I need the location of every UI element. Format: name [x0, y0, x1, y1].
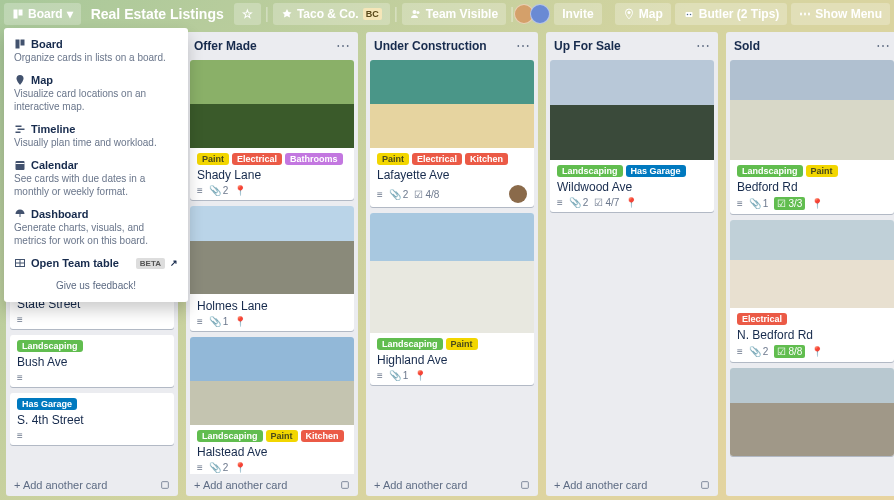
timeline-icon: [14, 123, 26, 135]
butler-button[interactable]: Butler (2 Tips): [675, 3, 787, 25]
description-icon: ≡: [197, 316, 203, 327]
attachment-badge: 📎2: [209, 185, 229, 196]
org-button[interactable]: Taco & Co. BC: [273, 3, 390, 25]
member-avatars[interactable]: [518, 4, 550, 24]
checklist-badge: ☑4/8: [414, 189, 439, 200]
visibility-button[interactable]: Team Visible: [402, 3, 506, 25]
attachment-badge: 📎2: [389, 189, 409, 200]
svg-rect-15: [20, 214, 21, 217]
view-switcher-menu: Board Organize cards in lists on a board…: [4, 28, 188, 302]
add-card-button[interactable]: + Add another card: [366, 474, 538, 496]
svg-rect-12: [16, 132, 21, 134]
card[interactable]: Has Garage S. 4th Street ≡: [10, 393, 174, 445]
view-item-map[interactable]: Map Visualize card locations on an inter…: [4, 70, 188, 119]
beta-badge: BETA: [136, 258, 165, 269]
description-icon: ≡: [17, 430, 23, 441]
card-title: Highland Ave: [377, 353, 527, 367]
view-item-board[interactable]: Board Organize cards in lists on a board…: [4, 34, 188, 70]
description-icon: ≡: [377, 189, 383, 200]
table-icon: [14, 257, 26, 269]
view-item-calendar[interactable]: Calendar See cards with due dates in a m…: [4, 155, 188, 204]
description-icon: ≡: [17, 372, 23, 383]
template-icon[interactable]: [700, 480, 710, 490]
location-icon: 📍: [811, 346, 823, 357]
feedback-link[interactable]: Give us feedback!: [4, 275, 188, 296]
template-icon[interactable]: [340, 480, 350, 490]
card[interactable]: LandscapingPaintKitchen Halstead Ave ≡📎2…: [190, 337, 354, 474]
view-item-dashboard[interactable]: Dashboard Generate charts, visuals, and …: [4, 204, 188, 253]
label-landscaping: Landscaping: [377, 338, 443, 350]
board-icon: [14, 38, 26, 50]
external-link-icon: ↗: [170, 258, 178, 268]
board-title[interactable]: Real Estate Listings: [85, 6, 230, 22]
svg-point-3: [416, 11, 419, 14]
svg-point-2: [412, 10, 416, 14]
svg-rect-8: [16, 40, 20, 49]
card[interactable]: [730, 368, 894, 456]
label-electrical: Electrical: [737, 313, 787, 325]
view-item-timeline[interactable]: Timeline Visually plan time and workload…: [4, 119, 188, 155]
list-menu-button[interactable]: ⋯: [696, 38, 710, 54]
card-title: Bedford Rd: [737, 180, 887, 194]
list-menu-button[interactable]: ⋯: [876, 38, 890, 54]
list-title[interactable]: Sold: [734, 39, 760, 53]
card-title: Halstead Ave: [197, 445, 347, 459]
card[interactable]: PaintElectricalBathrooms Shady Lane ≡📎2📍: [190, 60, 354, 200]
label-landscaping: Landscaping: [737, 165, 803, 177]
svg-rect-21: [522, 482, 529, 489]
board-icon: [12, 8, 24, 20]
label-landscaping: Landscaping: [197, 430, 263, 442]
checklist-badge: ☑3/3: [774, 197, 805, 210]
description-icon: ≡: [197, 185, 203, 196]
svg-rect-1: [19, 10, 23, 16]
show-menu-button[interactable]: ⋯ Show Menu: [791, 3, 890, 25]
list: Offer Made⋯ PaintElectricalBathrooms Sha…: [186, 32, 358, 496]
card-cover: [730, 220, 894, 308]
board-switcher[interactable]: Board ▾: [4, 3, 81, 25]
template-icon[interactable]: [160, 480, 170, 490]
add-card-button[interactable]: + Add another card: [546, 474, 718, 496]
card[interactable]: Electrical N. Bedford Rd ≡📎2☑8/8📍: [730, 220, 894, 362]
svg-rect-0: [14, 10, 18, 19]
star-button[interactable]: ☆: [234, 3, 261, 25]
description-icon: ≡: [737, 198, 743, 209]
template-icon[interactable]: [520, 480, 530, 490]
label-paint: Paint: [377, 153, 409, 165]
card[interactable]: LandscapingPaint Highland Ave ≡📎1📍: [370, 213, 534, 385]
label-electrical: Electrical: [412, 153, 462, 165]
svg-rect-22: [702, 482, 709, 489]
calendar-icon: [14, 159, 26, 171]
view-item-team-table[interactable]: Open Team tableBETA ↗: [4, 253, 188, 275]
card[interactable]: PaintElectricalKitchen Lafayette Ave ≡📎2…: [370, 60, 534, 207]
svg-point-4: [627, 11, 630, 14]
card-cover: [190, 337, 354, 425]
list-title[interactable]: Up For Sale: [554, 39, 621, 53]
card-title: Lafayette Ave: [377, 168, 527, 182]
card-cover: [730, 60, 894, 160]
list-title[interactable]: Under Construction: [374, 39, 487, 53]
card-cover: [370, 213, 534, 333]
member-avatar[interactable]: [509, 185, 527, 203]
card[interactable]: LandscapingHas Garage Wildwood Ave ≡📎2☑4…: [550, 60, 714, 212]
invite-button[interactable]: Invite: [554, 3, 601, 25]
card[interactable]: Holmes Lane ≡📎1📍: [190, 206, 354, 331]
location-icon: 📍: [811, 198, 823, 209]
location-icon: 📍: [625, 197, 637, 208]
map-button[interactable]: Map: [615, 3, 671, 25]
list-menu-button[interactable]: ⋯: [336, 38, 350, 54]
list-title[interactable]: Offer Made: [194, 39, 257, 53]
list-menu-button[interactable]: ⋯: [516, 38, 530, 54]
label-bathrooms: Bathrooms: [285, 153, 343, 165]
card[interactable]: LandscapingPaint Bedford Rd ≡📎1☑3/3📍: [730, 60, 894, 214]
add-card-button[interactable]: + Add another card: [6, 474, 178, 496]
label-paint: Paint: [266, 430, 298, 442]
map-pin-icon: [14, 74, 26, 86]
label-hasgarage: Has Garage: [626, 165, 686, 177]
card-cover: [370, 60, 534, 148]
attachment-badge: 📎2: [749, 346, 769, 357]
chevron-down-icon: ▾: [67, 7, 73, 21]
card[interactable]: Landscaping Bush Ave ≡: [10, 335, 174, 387]
card-cover: [190, 60, 354, 148]
description-icon: ≡: [557, 197, 563, 208]
add-card-button[interactable]: + Add another card: [186, 474, 358, 496]
